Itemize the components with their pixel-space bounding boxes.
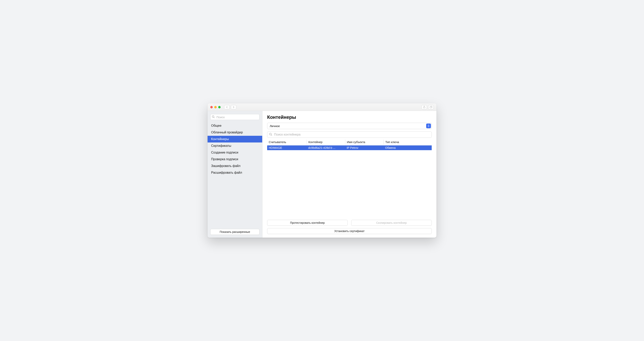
titlebar: [208, 104, 436, 111]
col-keytype[interactable]: Тип ключа: [384, 140, 432, 144]
install-certificate-button[interactable]: Установить сертификат: [267, 228, 432, 234]
sidebar-item-verify-signature[interactable]: Проверка подписи: [208, 156, 262, 162]
sidebar-item-cloud-provider[interactable]: Облачный провайдер: [208, 129, 262, 136]
window-controls: [210, 106, 220, 108]
svg-line-4: [271, 135, 272, 136]
titlebar-right-icons: [422, 105, 434, 109]
window-body: Общее Облачный провайдер Контейнеры Серт…: [208, 111, 436, 238]
app-window: Общее Облачный провайдер Контейнеры Серт…: [208, 104, 436, 238]
sidebar-item-decrypt-file[interactable]: Расшифровать файл: [208, 169, 262, 176]
back-button[interactable]: [224, 105, 230, 109]
container-search-input[interactable]: [267, 132, 432, 138]
share-icon: [423, 106, 426, 108]
page-title: Контейнеры: [267, 114, 432, 120]
container-search: [267, 132, 432, 138]
install-row: Установить сертификат: [267, 228, 432, 234]
main-panel: Контейнеры Личное Считыватель Контейнер …: [262, 111, 436, 238]
minimize-window-button[interactable]: [214, 106, 217, 108]
sidebar-footer: Показать расширенные: [208, 229, 262, 235]
cell-reader: HDIMAGE: [267, 146, 306, 150]
sidebar-search-input[interactable]: [210, 114, 260, 120]
forward-button[interactable]: [231, 105, 236, 109]
sidebar-item-general[interactable]: Общее: [208, 122, 262, 129]
search-icon: [212, 116, 215, 119]
sidebar-item-encrypt-file[interactable]: Зашифровать файл: [208, 162, 262, 169]
chevron-right-icon: [233, 106, 234, 108]
nav-buttons: [224, 105, 236, 109]
col-container[interactable]: Контейнер: [306, 140, 345, 144]
table-header: Считыватель Контейнер Имя субъекта Тип к…: [267, 140, 432, 146]
col-subject[interactable]: Имя субъекта: [345, 140, 384, 144]
chevron-left-icon: [226, 106, 228, 108]
sidebar-item-certificates[interactable]: Сертификаты: [208, 142, 262, 149]
cell-container: dc9bd6a21-428d-b ...: [306, 146, 345, 150]
table-row[interactable]: HDIMAGE dc9bd6a21-428d-b ... IP Petrov О…: [267, 146, 432, 150]
sidebar-search: [210, 114, 260, 120]
share-button[interactable]: [422, 105, 427, 109]
close-window-button[interactable]: [210, 106, 213, 108]
cell-keytype: Обмена: [384, 146, 432, 150]
sidebar: Общее Облачный провайдер Контейнеры Серт…: [208, 111, 262, 238]
col-reader[interactable]: Считыватель: [267, 140, 306, 144]
copy-container-button[interactable]: Скопировать контейнер: [351, 220, 432, 226]
cell-subject: IP Petrov: [345, 146, 384, 150]
action-buttons-row: Протестировать контейнер Скопировать кон…: [267, 220, 432, 226]
sidebar-item-containers[interactable]: Контейнеры: [208, 136, 262, 142]
store-selector[interactable]: Личное: [267, 123, 432, 129]
fullscreen-window-button[interactable]: [218, 106, 220, 108]
store-selector-value: Личное: [267, 123, 432, 129]
sidebar-list: Общее Облачный провайдер Контейнеры Серт…: [208, 122, 262, 229]
containers-table: Считыватель Контейнер Имя субъекта Тип к…: [267, 140, 432, 218]
up-down-chevron-icon: [426, 124, 431, 128]
test-container-button[interactable]: Протестировать контейнер: [267, 220, 348, 226]
svg-rect-0: [430, 106, 432, 108]
windows-icon: [430, 106, 432, 108]
table-body: HDIMAGE dc9bd6a21-428d-b ... IP Petrov О…: [267, 146, 432, 218]
show-advanced-button[interactable]: Показать расширенные: [210, 229, 260, 235]
search-icon: [269, 133, 272, 136]
windows-button[interactable]: [428, 105, 434, 109]
sidebar-item-create-signature[interactable]: Создание подписи: [208, 149, 262, 156]
svg-line-2: [214, 117, 215, 118]
